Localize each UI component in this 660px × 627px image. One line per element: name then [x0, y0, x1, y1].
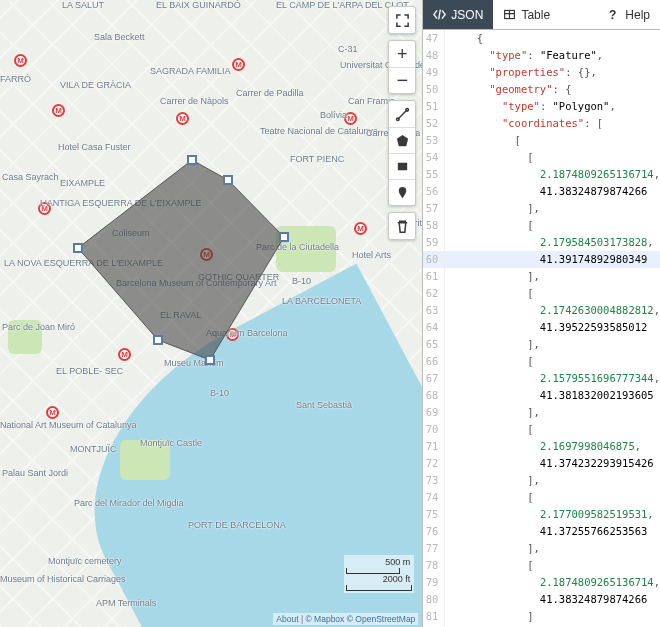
map-scale: 500 m 2000 ft: [344, 555, 414, 593]
code-line[interactable]: 65 ],: [423, 336, 660, 353]
poi-label: Sala Beckett: [94, 32, 145, 42]
fullscreen-icon: [395, 13, 410, 28]
code-line[interactable]: 77 ],: [423, 540, 660, 557]
code-line[interactable]: 53 [: [423, 132, 660, 149]
draw-line-button[interactable]: [389, 101, 415, 127]
tab-json[interactable]: JSON: [423, 0, 493, 29]
line-number: 77: [423, 540, 445, 557]
code-line[interactable]: 56 41.38324879874266: [423, 183, 660, 200]
code-line[interactable]: 78 [: [423, 557, 660, 574]
attrib-osm[interactable]: © OpenStreetMap: [347, 614, 416, 624]
poi-label: C-31: [338, 44, 358, 54]
tab-bar: JSON Table ? Help: [423, 0, 660, 30]
zoom-in-button[interactable]: +: [389, 41, 415, 67]
zoom-out-button[interactable]: −: [389, 67, 415, 93]
line-number: 73: [423, 472, 445, 489]
marker-tool-icon: [395, 185, 410, 200]
delete-button[interactable]: [389, 213, 415, 239]
code-line[interactable]: 50 "geometry": {: [423, 81, 660, 98]
fullscreen-button[interactable]: [389, 7, 415, 33]
code-line[interactable]: 51 "type": "Polygon",: [423, 98, 660, 115]
poi-label: Parc de Joan Miró: [2, 322, 75, 332]
code-line[interactable]: 48 "type": "Feature",: [423, 47, 660, 64]
draw-polygon-button[interactable]: [389, 127, 415, 153]
map-panel[interactable]: M M M M M M M M M M M LA SALUT EL BAIX G…: [0, 0, 422, 627]
code-icon: [433, 8, 446, 21]
poi-label: Montjuïc Castle: [140, 438, 202, 448]
metro-stop-icon: M: [176, 112, 189, 125]
code-line[interactable]: 73 ],: [423, 472, 660, 489]
poi-label: MONTJUÏC: [70, 444, 117, 454]
attrib-about[interactable]: About: [276, 614, 298, 624]
line-number: 62: [423, 285, 445, 302]
code-line[interactable]: 58 [: [423, 217, 660, 234]
code-line[interactable]: 72 41.374232293915426: [423, 455, 660, 472]
poi-label: Sant Sebastià: [296, 400, 352, 410]
attrib-mapbox[interactable]: © Mapbox: [305, 614, 344, 624]
map-attribution: About | © Mapbox © OpenStreetMap: [273, 613, 418, 625]
help-icon: ?: [609, 8, 616, 22]
code-line[interactable]: 76 41.37255766253563: [423, 523, 660, 540]
tab-table[interactable]: Table: [493, 0, 560, 29]
map-port: [137, 494, 332, 627]
tab-help[interactable]: ? Help: [599, 0, 660, 29]
code-line[interactable]: 62 [: [423, 285, 660, 302]
poi-label: Museum of Historical Carriages: [0, 574, 126, 584]
line-number: 55: [423, 166, 445, 183]
drawn-polygon[interactable]: [70, 160, 296, 360]
code-line[interactable]: 70 [: [423, 421, 660, 438]
metro-stop-icon: M: [46, 406, 59, 419]
poi-label: FORT PIENC: [290, 154, 344, 164]
code-line[interactable]: 54 [: [423, 149, 660, 166]
line-number: 49: [423, 64, 445, 81]
trash-icon: [395, 219, 410, 234]
line-number: 58: [423, 217, 445, 234]
line-number: 79: [423, 574, 445, 591]
code-line[interactable]: 63 2.1742630004882812,: [423, 302, 660, 319]
code-line[interactable]: 74 [: [423, 489, 660, 506]
line-number: 71: [423, 438, 445, 455]
line-number: 56: [423, 183, 445, 200]
code-line[interactable]: 64 41.39522593585012: [423, 319, 660, 336]
code-line[interactable]: 49 "properties": {},: [423, 64, 660, 81]
map-canvas[interactable]: M M M M M M M M M M M LA SALUT EL BAIX G…: [0, 0, 422, 627]
code-line[interactable]: 79 2.1874809265136714,: [423, 574, 660, 591]
draw-marker-button[interactable]: [389, 179, 415, 205]
poi-label: Hotel Arts: [352, 250, 391, 260]
code-line[interactable]: 47 {: [423, 30, 660, 47]
code-line[interactable]: 57 ],: [423, 200, 660, 217]
code-line[interactable]: 75 2.177009582519531,: [423, 506, 660, 523]
code-line[interactable]: 69 ],: [423, 404, 660, 421]
json-editor[interactable]: 47 {48 "type": "Feature",49 "properties"…: [423, 30, 660, 627]
svg-rect-4: [74, 244, 82, 252]
code-line[interactable]: 81 ]: [423, 608, 660, 625]
code-line[interactable]: 52 "coordinates": [: [423, 115, 660, 132]
draw-rectangle-button[interactable]: [389, 153, 415, 179]
poi-label: LA SALUT: [62, 0, 104, 10]
tab-json-label: JSON: [451, 8, 483, 22]
code-line[interactable]: 60 41.39174892980349: [423, 251, 660, 268]
line-number: 72: [423, 455, 445, 472]
metro-stop-icon: M: [14, 54, 27, 67]
code-line[interactable]: 67 2.1579551696777344,: [423, 370, 660, 387]
line-number: 74: [423, 489, 445, 506]
poi-label: Teatre Nacional de Catalunya: [260, 126, 378, 136]
polygon-tool-icon: [395, 133, 410, 148]
code-line[interactable]: 66 [: [423, 353, 660, 370]
code-line[interactable]: 71 2.1697998046875,: [423, 438, 660, 455]
svg-rect-5: [154, 336, 162, 344]
poi-label: National Art Museum of Catalunya: [0, 420, 137, 430]
side-panel: JSON Table ? Help 47 {48 "type": "Featur…: [422, 0, 660, 627]
code-line[interactable]: 68 41.381832002193605: [423, 387, 660, 404]
poi-label: FARRÓ: [0, 74, 31, 84]
line-number: 76: [423, 523, 445, 540]
line-number: 60: [423, 251, 445, 268]
code-line[interactable]: 61 ],: [423, 268, 660, 285]
code-line[interactable]: 80 41.38324879874266: [423, 591, 660, 608]
line-number: 51: [423, 98, 445, 115]
line-number: 66: [423, 353, 445, 370]
svg-rect-1: [280, 233, 288, 241]
code-line[interactable]: 55 2.1874809265136714,: [423, 166, 660, 183]
line-number: 64: [423, 319, 445, 336]
code-line[interactable]: 59 2.179584503173828,: [423, 234, 660, 251]
